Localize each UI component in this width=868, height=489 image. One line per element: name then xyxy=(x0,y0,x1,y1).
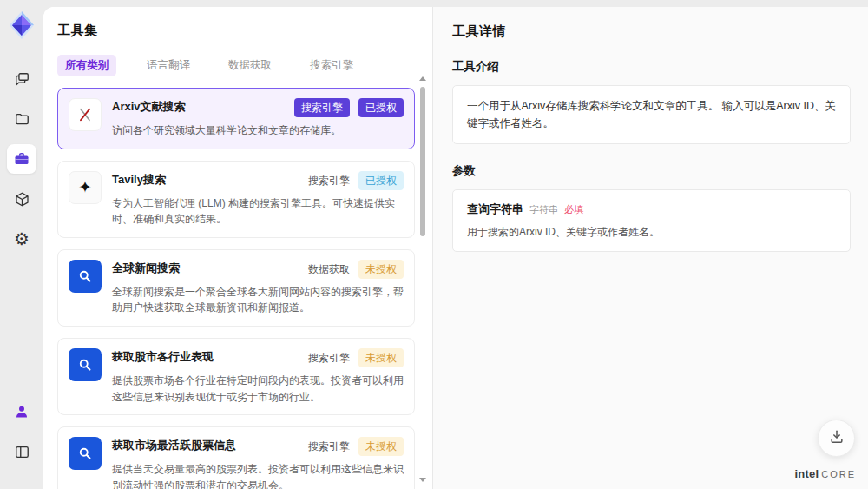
tool-card-arxiv[interactable]: Arxiv文献搜索 搜索引擎 已授权 访问各个研究领域大量科学论文和文章的存储库… xyxy=(57,88,415,149)
status-badge: 已授权 xyxy=(358,171,404,190)
tool-card-sector-performance[interactable]: 获取股市各行业表现 搜索引擎 未授权 提供股票市场各个行业在特定时间段内的表现。… xyxy=(57,338,415,415)
tool-title: Arxiv文献搜索 xyxy=(112,98,186,115)
category-tabs: 所有类别 语言翻译 数据获取 搜索引擎 xyxy=(57,55,432,76)
folder-icon xyxy=(14,111,30,128)
param-box: 查询字符串 字符串 必填 用于搜索的Arxiv ID、关键字或作者姓名。 xyxy=(452,189,851,252)
tool-title: 全球新闻搜索 xyxy=(112,260,180,276)
tool-description: 访问各个研究领域大量科学论文和文章的存储库。 xyxy=(112,122,404,139)
cube-icon xyxy=(14,191,30,208)
search-app-icon xyxy=(69,260,102,293)
arxiv-logo-icon xyxy=(69,98,102,131)
status-badge: 未授权 xyxy=(358,260,404,279)
app-window: ⚙ 工具集 所有类别 xyxy=(0,0,868,489)
scroll-down-icon[interactable] xyxy=(419,478,426,482)
sidebar-item-collapse[interactable] xyxy=(7,437,36,466)
search-app-icon xyxy=(69,348,102,381)
params-heading: 参数 xyxy=(452,163,851,179)
download-button[interactable] xyxy=(818,420,855,457)
sidebar-item-tools[interactable] xyxy=(7,144,36,174)
tab-data-fetch[interactable]: 数据获取 xyxy=(220,55,279,76)
intro-heading: 工具介绍 xyxy=(452,59,851,75)
tool-description: 全球新闻搜索是一个聚合全球各大新闻网站内容的搜索引擎，帮助用户快速获取全球最新资… xyxy=(112,284,404,316)
tab-search-engine[interactable]: 搜索引擎 xyxy=(302,55,361,76)
tool-list-pane: 工具集 所有类别 语言翻译 数据获取 搜索引擎 xyxy=(43,7,432,489)
tool-detail-pane: 工具详情 工具介绍 一个用于从Arxiv存储库搜索科学论文和文章的工具。 输入可… xyxy=(433,7,868,489)
briefcase-icon xyxy=(13,150,30,168)
status-badge: 未授权 xyxy=(358,348,404,367)
param-required-flag: 必填 xyxy=(564,203,583,216)
core-wordmark: CORE xyxy=(821,469,856,479)
user-icon xyxy=(14,404,30,420)
tool-description: 提供股票市场各个行业在特定时间段内的表现。投资者可以利用这些信息来识别表现优于或… xyxy=(112,373,404,405)
tool-card-global-news[interactable]: 全球新闻搜索 数据获取 未授权 全球新闻搜索是一个聚合全球各大新闻网站内容的搜索… xyxy=(57,249,415,327)
search-app-icon xyxy=(69,437,102,470)
tool-description: 提供当天交易量最高的股票列表。投资者可以利用这些信息来识别流动性强的股票和潜在的… xyxy=(112,461,404,489)
left-icon-rail: ⚙ xyxy=(0,0,43,489)
sidebar-item-settings[interactable]: ⚙ xyxy=(7,224,36,254)
tool-title: 获取股市各行业表现 xyxy=(112,348,214,365)
download-icon xyxy=(828,428,845,449)
four-point-star-icon: ✦ xyxy=(69,171,102,204)
category-badge: 搜索引擎 xyxy=(294,98,350,117)
tool-card-most-active-stocks[interactable]: 获取市场最活跃股票信息 搜索引擎 未授权 提供当天交易量最高的股票列表。投资者可… xyxy=(57,426,415,489)
chat-icon xyxy=(14,71,30,88)
page-title: 工具集 xyxy=(57,23,432,39)
sidebar-item-packages[interactable] xyxy=(7,184,36,214)
scrollbar-thumb[interactable] xyxy=(420,87,425,236)
status-badge: 已授权 xyxy=(358,98,404,117)
scroll-up-icon[interactable] xyxy=(419,76,426,81)
list-scrollbar[interactable] xyxy=(419,76,426,482)
tab-language-translation[interactable]: 语言翻译 xyxy=(139,55,198,76)
category-badge: 数据获取 xyxy=(308,260,350,279)
tool-card-list: Arxiv文献搜索 搜索引擎 已授权 访问各个研究领域大量科学论文和文章的存储库… xyxy=(57,88,415,489)
intel-wordmark: intel xyxy=(794,467,819,480)
app-logo-icon xyxy=(8,10,36,40)
category-badge: 搜索引擎 xyxy=(308,171,350,190)
tool-title: 获取市场最活跃股票信息 xyxy=(112,437,236,453)
param-description: 用于搜索的Arxiv ID、关键字或作者姓名。 xyxy=(467,225,836,240)
gear-icon: ⚙ xyxy=(14,230,30,248)
sidebar-item-files[interactable] xyxy=(7,104,36,134)
intro-box: 一个用于从Arxiv存储库搜索科学论文和文章的工具。 输入可以是Arxiv ID… xyxy=(452,85,851,144)
tool-description: 专为人工智能代理 (LLM) 构建的搜索引擎工具。可快速提供实时、准确和真实的结… xyxy=(112,195,404,228)
param-type: 字符串 xyxy=(529,203,558,216)
tab-all-categories[interactable]: 所有类别 xyxy=(57,55,116,76)
tool-title: Tavily搜索 xyxy=(112,171,166,188)
panels-icon xyxy=(14,444,30,460)
sidebar-item-chat[interactable] xyxy=(7,64,36,94)
sidebar-item-account[interactable] xyxy=(7,397,36,426)
main-panel: 工具集 所有类别 语言翻译 数据获取 搜索引擎 xyxy=(43,7,868,489)
detail-title: 工具详情 xyxy=(452,23,851,40)
category-badge: 搜索引擎 xyxy=(308,437,350,456)
tool-card-tavily[interactable]: ✦ Tavily搜索 搜索引擎 已授权 专为人工智能代理 (LLM) 构建的搜索… xyxy=(57,161,415,238)
status-badge: 未授权 xyxy=(358,437,404,456)
intel-core-logo: intel CORE xyxy=(794,467,856,480)
category-badge: 搜索引擎 xyxy=(308,348,350,367)
param-name: 查询字符串 xyxy=(467,202,523,217)
